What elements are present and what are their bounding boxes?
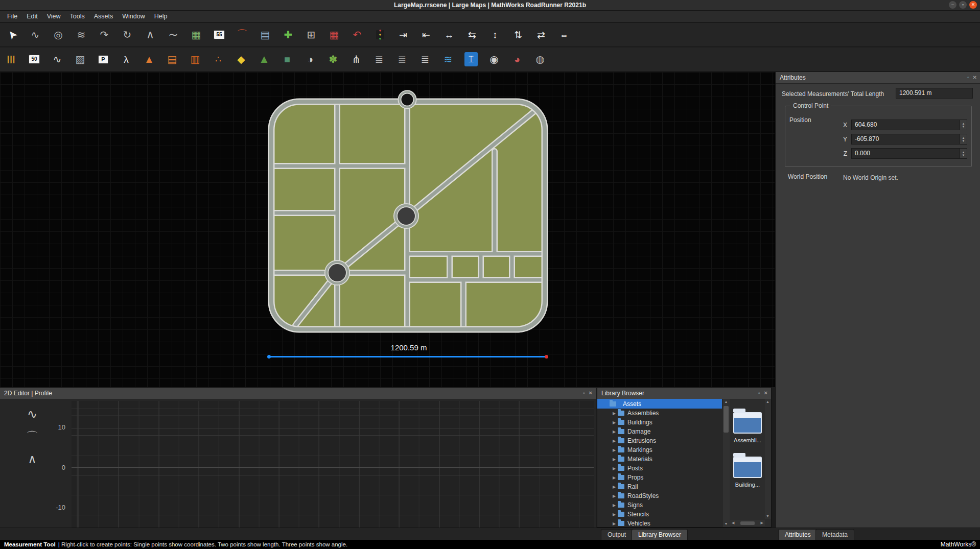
surface-tool-icon[interactable]: ▦ bbox=[188, 26, 205, 43]
lane-heal-tool-icon[interactable]: ⇔ bbox=[555, 26, 573, 43]
lane-curve-tool-icon[interactable]: ↷ bbox=[96, 26, 113, 43]
spinner-control[interactable]: ▲ ▼ bbox=[960, 134, 967, 144]
lane-remove-tool-icon[interactable]: ⇤ bbox=[417, 26, 435, 43]
menu-edit[interactable]: Edit bbox=[22, 11, 42, 22]
profile-arc-tool-icon[interactable]: ⌒ bbox=[25, 431, 40, 443]
roundabout-tool-icon[interactable]: ◎ bbox=[50, 26, 67, 43]
sensor-view-icon[interactable]: ◕ bbox=[508, 51, 526, 68]
menu-tools[interactable]: Tools bbox=[65, 11, 89, 22]
custom-junction-tool-icon[interactable]: ▦ bbox=[325, 26, 343, 43]
tab-metadata[interactable]: Metadata bbox=[815, 529, 854, 540]
position-x-field[interactable]: 604.680 ▲ ▼ bbox=[851, 120, 967, 130]
lane-offset-tool-icon[interactable]: ⇆ bbox=[463, 26, 481, 43]
scene-viewport[interactable]: 1200.59 m bbox=[0, 72, 775, 387]
scrollbar-thumb[interactable] bbox=[740, 521, 755, 525]
terrain-tool-icon[interactable]: ▲ bbox=[255, 51, 273, 68]
tree-item-signs[interactable]: ▶ Signs bbox=[597, 500, 722, 510]
traffic-cone-prop-icon[interactable]: ▲ bbox=[141, 51, 158, 68]
profile-corner-tool-icon[interactable]: ∧ bbox=[25, 453, 40, 465]
lighting-tool-icon[interactable]: ◑ bbox=[301, 51, 319, 68]
scroll-down-icon[interactable]: ▼ bbox=[764, 513, 771, 519]
overlap-layer-icon[interactable]: ≣ bbox=[393, 51, 411, 68]
tree-item-buildings[interactable]: ▶ Buildings bbox=[597, 418, 722, 427]
tree-item-posts[interactable]: ▶ Posts bbox=[597, 464, 722, 473]
float-panel-icon[interactable]: ▫ bbox=[758, 388, 760, 399]
tree-item-stencils[interactable]: ▶ Stencils bbox=[597, 510, 722, 519]
expander-icon[interactable]: ▶ bbox=[611, 457, 618, 462]
position-y-field[interactable]: -605.870 ▲ ▼ bbox=[851, 134, 967, 145]
scroll-up-icon[interactable]: ▲ bbox=[764, 399, 771, 404]
vegetation-tool-icon[interactable]: ✽ bbox=[324, 51, 342, 68]
lane-loop-tool-icon[interactable]: ↻ bbox=[119, 26, 136, 43]
tree-item-materials[interactable]: ▶ Materials bbox=[597, 455, 722, 464]
camera-tool-icon[interactable]: ◉ bbox=[485, 51, 503, 68]
menu-help[interactable]: Help bbox=[150, 11, 172, 22]
close-panel-icon[interactable]: ✕ bbox=[589, 388, 593, 399]
bridge-tool-icon[interactable]: ∧ bbox=[142, 26, 159, 43]
junction-carve-tool-icon[interactable]: ↶ bbox=[348, 26, 366, 43]
lane-width-tool-icon[interactable]: ↔ bbox=[440, 26, 458, 43]
dock-grip-icon[interactable]: ||| bbox=[3, 51, 20, 68]
junction-surface-tool-icon[interactable]: ✚ bbox=[279, 26, 297, 43]
measurement-end-point[interactable] bbox=[545, 355, 548, 359]
total-length-input[interactable]: 1200.591 m bbox=[896, 88, 973, 99]
tree-item-markings[interactable]: ▶ Markings bbox=[597, 445, 722, 455]
water-tool-icon[interactable]: ≋ bbox=[439, 51, 457, 68]
expander-icon[interactable]: ▶ bbox=[611, 512, 618, 517]
road-string-tool-icon[interactable]: ∿ bbox=[49, 51, 66, 68]
tree-item-damage[interactable]: ▶ Damage bbox=[597, 427, 722, 436]
close-panel-icon[interactable]: ✕ bbox=[973, 72, 977, 83]
crosswalk-person-tool-icon[interactable]: λ bbox=[118, 51, 135, 68]
junction-select-tool-icon[interactable]: ⊞ bbox=[302, 26, 320, 43]
float-panel-icon[interactable]: ▫ bbox=[967, 72, 969, 83]
scroll-right-icon[interactable]: ▶ bbox=[761, 521, 763, 525]
cone-group-prop-icon[interactable]: ∴ bbox=[209, 51, 227, 68]
region-hatch-tool-icon[interactable]: ▨ bbox=[72, 51, 89, 68]
menu-assets[interactable]: Assets bbox=[89, 11, 118, 22]
tree-item-assets[interactable]: Assets bbox=[597, 399, 722, 409]
maximize-button[interactable]: ▫ bbox=[959, 1, 967, 9]
barricade-prop-icon[interactable]: ▥ bbox=[186, 51, 204, 68]
expander-icon[interactable]: ▶ bbox=[611, 439, 618, 443]
tab-attributes[interactable]: Attributes bbox=[778, 529, 818, 540]
lane-swap-tool-icon[interactable]: ⇄ bbox=[532, 26, 550, 43]
menu-view[interactable]: View bbox=[42, 11, 65, 22]
scenario-graph-tool-icon[interactable]: ⋔ bbox=[347, 51, 365, 68]
material-tool-icon[interactable]: ■ bbox=[278, 51, 296, 68]
tab-output[interactable]: Output bbox=[601, 529, 633, 540]
thumbnails-vertical-scrollbar[interactable]: ▲ ▼ bbox=[764, 399, 771, 519]
spin-down-icon[interactable]: ▼ bbox=[962, 139, 965, 142]
measurement-line[interactable] bbox=[269, 356, 545, 357]
expander-icon[interactable]: ▶ bbox=[611, 485, 618, 489]
expander-icon[interactable]: ▶ bbox=[611, 475, 618, 480]
measurement-tool-icon[interactable]: ⌶ bbox=[462, 51, 480, 68]
spin-down-icon[interactable]: ▼ bbox=[962, 125, 965, 128]
spinner-control[interactable]: ▲ ▼ bbox=[960, 149, 967, 158]
warning-sign-prop-icon[interactable]: ◆ bbox=[232, 51, 250, 68]
parking-tool-icon[interactable]: P bbox=[95, 51, 112, 68]
expander-icon[interactable]: ▶ bbox=[611, 494, 618, 498]
spin-down-icon[interactable]: ▼ bbox=[962, 154, 965, 157]
lane-marking-tool-icon[interactable]: ≋ bbox=[73, 26, 90, 43]
scroll-left-icon[interactable]: ◀ bbox=[732, 521, 734, 525]
cross-section-tool-icon[interactable]: ▤ bbox=[256, 26, 274, 43]
expander-icon[interactable]: ▶ bbox=[611, 411, 618, 416]
float-panel-icon[interactable]: ▫ bbox=[583, 388, 585, 399]
corner-radius-tool-icon[interactable]: ⌒ bbox=[234, 26, 251, 43]
scene-export-icon[interactable]: ◍ bbox=[531, 51, 549, 68]
signal-tool-icon[interactable]: ● bbox=[371, 26, 389, 43]
tree-vertical-scrollbar[interactable]: ▲ ▼ bbox=[722, 399, 730, 527]
speed-limit-50-sign-icon[interactable]: 50 bbox=[26, 51, 43, 68]
thumbnail-assemblies[interactable]: Assembli... bbox=[733, 407, 762, 443]
road-split-tool-icon[interactable]: ↕ bbox=[486, 26, 504, 43]
grade-tool-icon[interactable]: ∼ bbox=[165, 26, 182, 43]
close-button[interactable]: ✕ bbox=[969, 1, 977, 9]
select-tool-icon[interactable]: ➤ bbox=[4, 26, 21, 43]
expander-icon[interactable]: ▶ bbox=[611, 466, 618, 471]
road-plan-tool-icon[interactable]: ∿ bbox=[27, 26, 44, 43]
expander-icon[interactable]: ▶ bbox=[611, 448, 618, 452]
expander-icon[interactable]: ▶ bbox=[611, 420, 618, 425]
expander-icon[interactable]: ▶ bbox=[611, 521, 618, 526]
expander-icon[interactable]: ▶ bbox=[611, 503, 618, 508]
surface-layer-icon[interactable]: ≣ bbox=[416, 51, 434, 68]
